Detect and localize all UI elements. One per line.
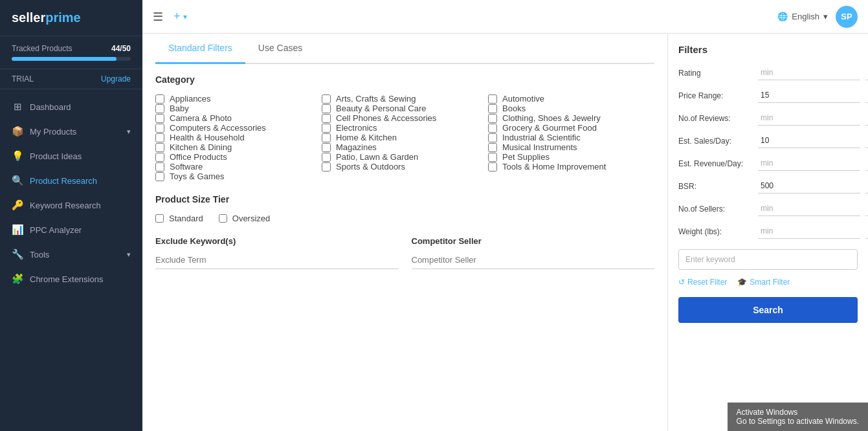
sidebar-item-keyword-research[interactable]: 🔑 Keyword Research bbox=[0, 193, 142, 217]
sidebar-item-tools[interactable]: 🔧 Tools ▾ bbox=[0, 242, 142, 267]
category-checkbox[interactable] bbox=[488, 162, 497, 171]
category-checkbox[interactable] bbox=[155, 124, 164, 133]
size-option-oversized: Oversized bbox=[219, 214, 271, 223]
category-checkbox[interactable] bbox=[155, 133, 164, 142]
filter-input-price-max[interactable] bbox=[865, 88, 868, 103]
list-item: Office Products bbox=[155, 152, 322, 162]
top-bar-right: 🌐 English ▾ SP bbox=[777, 6, 858, 28]
filter-inputs-bsr bbox=[758, 179, 868, 193]
size-checkbox-oversized[interactable] bbox=[219, 214, 227, 223]
globe-icon: 🌐 bbox=[777, 12, 788, 21]
list-item: Patio, Lawn & Garden bbox=[322, 152, 488, 162]
category-checkbox[interactable] bbox=[488, 114, 497, 123]
category-checkbox[interactable] bbox=[155, 172, 164, 181]
competitor-seller-group: Competitor Seller bbox=[412, 236, 655, 269]
filter-input-revenue-min[interactable] bbox=[758, 156, 860, 171]
category-checkbox[interactable] bbox=[322, 153, 331, 162]
list-item: Industrial & Scientific bbox=[488, 133, 654, 142]
size-option-standard: Standard bbox=[155, 214, 203, 223]
sidebar-item-product-research[interactable]: 🔍 Product Research bbox=[0, 168, 142, 193]
category-checkbox[interactable] bbox=[322, 124, 331, 133]
dashboard-icon: ⊞ bbox=[12, 101, 23, 113]
sidebar: sellerprime Tracked Products 44/50 TRIAL… bbox=[0, 0, 142, 431]
filter-inputs-revenue bbox=[758, 156, 868, 171]
tab-standard-filters[interactable]: Standard Filters bbox=[155, 34, 245, 64]
nav-section: ⊞ Dashboard 📦 My Products ▾ 💡 Product Id… bbox=[0, 89, 142, 431]
filter-input-weight-min[interactable] bbox=[758, 224, 860, 239]
category-checkbox[interactable] bbox=[488, 124, 497, 133]
category-checkbox[interactable] bbox=[488, 133, 497, 142]
filter-input-rating-max[interactable] bbox=[865, 65, 868, 80]
category-checkbox[interactable] bbox=[488, 153, 497, 162]
tracked-count: 44/50 bbox=[111, 44, 131, 53]
filter-input-weight-max[interactable] bbox=[865, 224, 868, 239]
add-button[interactable]: + ▾ bbox=[173, 10, 187, 23]
keyword-research-icon: 🔑 bbox=[12, 199, 23, 211]
category-checkbox[interactable] bbox=[155, 114, 164, 123]
tab-use-cases[interactable]: Use Cases bbox=[245, 34, 315, 64]
smart-filter-button[interactable]: 🎓 Smart Filter bbox=[737, 278, 790, 287]
language-selector[interactable]: 🌐 English ▾ bbox=[777, 12, 828, 21]
filter-label-weight: Weight (lbs): bbox=[678, 227, 753, 236]
exclude-keywords-label: Exclude Keyword(s) bbox=[155, 236, 399, 246]
main-area: ☰ + ▾ 🌐 English ▾ SP Standard Filters Us… bbox=[142, 0, 868, 431]
size-options: Standard Oversized bbox=[155, 214, 654, 223]
category-checkbox[interactable] bbox=[322, 162, 331, 171]
filter-row-weight: Weight (lbs): bbox=[678, 224, 858, 239]
filter-input-rating-min[interactable] bbox=[758, 65, 860, 80]
category-grid: Appliances Baby Camera & Photo Computers… bbox=[155, 94, 654, 181]
exclude-keywords-input[interactable] bbox=[155, 251, 399, 269]
sidebar-item-my-products[interactable]: 📦 My Products ▾ bbox=[0, 119, 142, 144]
upgrade-button[interactable]: Upgrade bbox=[101, 74, 131, 83]
category-checkbox[interactable] bbox=[155, 104, 164, 113]
list-item: Magazines bbox=[322, 142, 488, 152]
category-checkbox[interactable] bbox=[322, 114, 331, 123]
filter-input-bsr-min[interactable] bbox=[758, 179, 860, 193]
logo-prime: prime bbox=[45, 10, 80, 25]
chevron-down-icon: ▾ bbox=[183, 12, 187, 21]
category-checkbox[interactable] bbox=[155, 153, 164, 162]
filter-input-price-min[interactable] bbox=[758, 88, 860, 103]
progress-bar-bg bbox=[12, 57, 131, 61]
category-checkbox[interactable] bbox=[155, 143, 164, 152]
filter-input-sellers-max[interactable] bbox=[865, 201, 868, 216]
category-checkbox[interactable] bbox=[322, 94, 331, 104]
category-checkbox[interactable] bbox=[488, 104, 497, 113]
reset-filter-button[interactable]: ↺ Reset Filter bbox=[678, 278, 727, 287]
filter-input-reviews-min[interactable] bbox=[758, 111, 860, 126]
category-title: Category bbox=[155, 74, 654, 85]
category-checkbox[interactable] bbox=[322, 143, 331, 152]
category-checkbox[interactable] bbox=[155, 94, 164, 104]
filter-input-reviews-max[interactable] bbox=[865, 111, 868, 126]
size-checkbox-standard[interactable] bbox=[155, 214, 164, 223]
category-checkbox[interactable] bbox=[322, 104, 331, 113]
sidebar-item-product-ideas[interactable]: 💡 Product Ideas bbox=[0, 144, 142, 168]
filter-row-reviews: No.of Reviews: bbox=[678, 111, 858, 126]
sidebar-item-label: Keyword Research bbox=[30, 201, 101, 210]
sidebar-item-dashboard[interactable]: ⊞ Dashboard bbox=[0, 94, 142, 119]
category-checkbox[interactable] bbox=[155, 162, 164, 171]
filter-input-sellers-min[interactable] bbox=[758, 201, 860, 216]
filter-input-sales-max[interactable] bbox=[865, 133, 868, 148]
avatar[interactable]: SP bbox=[836, 6, 858, 28]
hamburger-icon[interactable]: ☰ bbox=[153, 10, 163, 24]
category-checkbox[interactable] bbox=[488, 143, 497, 152]
trial-label: TRIAL bbox=[12, 74, 34, 83]
category-checkbox[interactable] bbox=[322, 133, 331, 142]
filter-input-revenue-max[interactable] bbox=[865, 156, 868, 171]
filter-input-sales-min[interactable] bbox=[758, 133, 860, 148]
list-item: Computers & Accessories bbox=[155, 123, 322, 133]
category-checkbox[interactable] bbox=[488, 94, 497, 104]
sidebar-item-chrome-extensions[interactable]: 🧩 Chrome Extensions bbox=[0, 267, 142, 291]
filter-label-bsr: BSR: bbox=[678, 182, 753, 191]
list-item: Clothing, Shoes & Jewelry bbox=[488, 113, 654, 123]
sidebar-item-ppc-analyzer[interactable]: 📊 PPC Analyzer bbox=[0, 217, 142, 242]
keyword-filter-group bbox=[678, 247, 858, 270]
keyword-filter-input[interactable] bbox=[678, 249, 858, 270]
competitor-seller-input[interactable] bbox=[412, 251, 655, 269]
filter-inputs-rating bbox=[758, 65, 868, 80]
filter-input-bsr-max[interactable] bbox=[865, 179, 868, 193]
exclude-keywords-group: Exclude Keyword(s) bbox=[155, 236, 399, 269]
filter-label-revenue: Est. Revenue/Day: bbox=[678, 159, 753, 168]
search-button[interactable]: Search bbox=[678, 297, 858, 323]
